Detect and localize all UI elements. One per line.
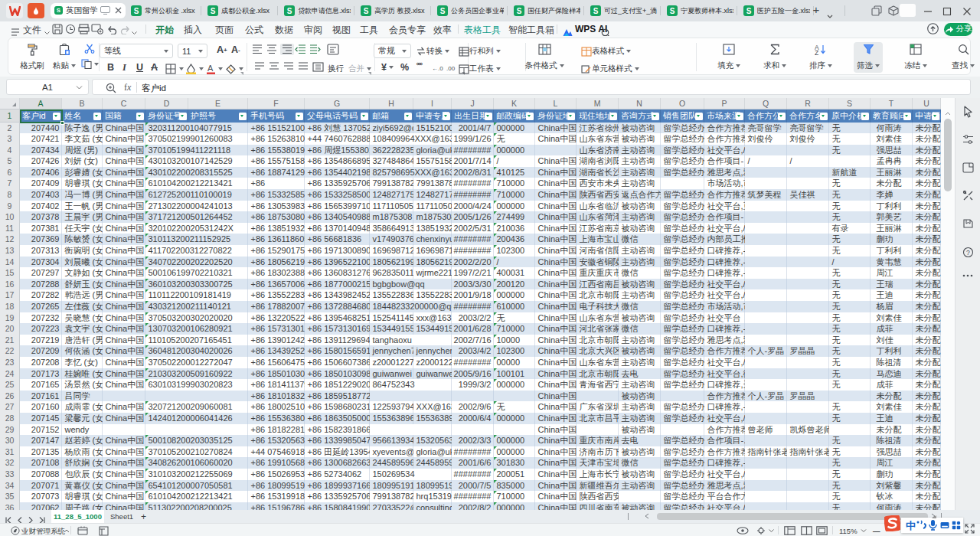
- svg-text:?: ?: [966, 249, 970, 257]
- svg-text:←.0: ←.0: [432, 65, 443, 72]
- svg-text:.00: .00: [446, 65, 456, 72]
- svg-text:Z: Z: [815, 49, 818, 55]
- svg-text:A: A: [207, 64, 214, 73]
- svg-text:中: 中: [906, 520, 916, 531]
